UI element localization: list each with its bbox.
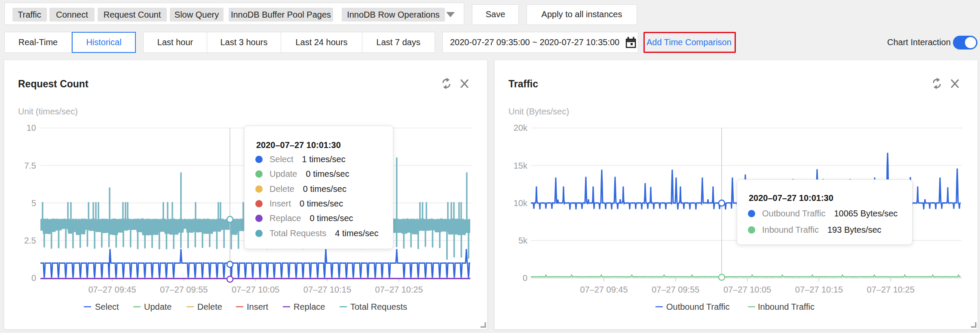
svg-text:15k: 15k (514, 161, 528, 170)
svg-text:Delete: Delete (197, 302, 222, 311)
svg-text:Unit (times/sec): Unit (times/sec) (18, 107, 78, 116)
svg-text:Insert: Insert (247, 302, 268, 311)
svg-text:Update: Update (144, 302, 172, 311)
svg-text:07–27 09:45: 07–27 09:45 (580, 285, 628, 294)
svg-text:07–27 10:15: 07–27 10:15 (303, 285, 351, 294)
svg-text:07–27 09:55: 07–27 09:55 (652, 285, 699, 294)
svg-text:Unit (Bytes/sec): Unit (Bytes/sec) (508, 107, 569, 116)
svg-text:07–27 10:05: 07–27 10:05 (723, 285, 771, 294)
svg-text:07–27 10:25: 07–27 10:25 (867, 285, 915, 294)
svg-text:7.5: 7.5 (24, 161, 36, 170)
svg-text:2.5: 2.5 (24, 236, 36, 245)
svg-text:07–27 10:05: 07–27 10:05 (232, 285, 279, 294)
svg-text:07–27 10:15: 07–27 10:15 (795, 285, 843, 294)
svg-text:0: 0 (523, 273, 527, 283)
svg-text:5: 5 (31, 198, 36, 208)
svg-text:07–27 09:55: 07–27 09:55 (160, 285, 208, 294)
svg-text:0: 0 (31, 273, 36, 283)
svg-text:Replace: Replace (294, 302, 325, 311)
svg-text:07–27 09:45: 07–27 09:45 (88, 285, 136, 294)
svg-text:Total Requests: Total Requests (350, 302, 407, 311)
svg-text:Select: Select (95, 302, 119, 311)
svg-text:Inbound Traffic: Inbound Traffic (758, 302, 815, 311)
svg-text:07–27 10:25: 07–27 10:25 (375, 285, 423, 294)
svg-text:10: 10 (27, 123, 36, 133)
svg-text:10k: 10k (514, 198, 528, 208)
svg-text:Outbound Traffic: Outbound Traffic (666, 302, 730, 311)
svg-text:5k: 5k (518, 236, 528, 245)
svg-text:20k: 20k (514, 123, 528, 133)
